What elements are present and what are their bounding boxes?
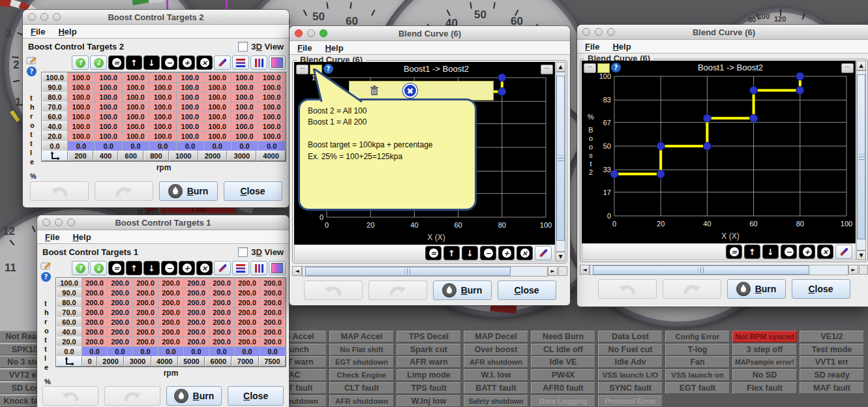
- table-cell[interactable]: 0.0: [258, 141, 286, 151]
- titlebar[interactable]: Boost Control Targets 2: [23, 10, 289, 25]
- x-axis-cell[interactable]: 400: [93, 151, 119, 161]
- table-cell[interactable]: 200.0: [158, 327, 184, 337]
- table-cell[interactable]: 200.0: [158, 288, 184, 298]
- table-cell[interactable]: 200.0: [158, 337, 184, 347]
- x-axis-cell[interactable]: 4000: [151, 356, 178, 367]
- chart-options-button[interactable]: ...: [841, 63, 854, 73]
- y-axis-cell[interactable]: 0.0: [42, 141, 68, 151]
- table-cell[interactable]: 0.0: [203, 141, 232, 151]
- shift-down-icon[interactable]: ↓: [143, 55, 160, 70]
- table-cell[interactable]: 0.0: [107, 346, 133, 357]
- close-button[interactable]: Close: [228, 386, 284, 406]
- table-cell[interactable]: 100.0: [122, 131, 150, 142]
- axis-swap-button[interactable]: [56, 356, 82, 367]
- zoom-button[interactable]: [320, 29, 327, 37]
- x-axis-cell[interactable]: 2000: [198, 151, 228, 161]
- y-axis-cell[interactable]: 80.0: [42, 92, 68, 102]
- scroll-down-button[interactable]: ▼: [856, 250, 866, 260]
- scroll-track[interactable]: [302, 266, 548, 277]
- table-cell[interactable]: 200.0: [107, 307, 133, 318]
- table-cell[interactable]: 100.0: [95, 131, 123, 142]
- table-cell[interactable]: 100.0: [67, 82, 95, 93]
- interpolate-vertical-icon[interactable]: [250, 261, 267, 275]
- table-cell[interactable]: 200.0: [158, 317, 184, 327]
- table-cell[interactable]: 100.0: [67, 112, 95, 122]
- x-axis-cell[interactable]: 4000: [256, 151, 286, 161]
- horizontal-scrollbar[interactable]: ◄►: [292, 266, 567, 277]
- set-equal-icon[interactable]: =: [726, 245, 742, 259]
- table-cell[interactable]: 200.0: [234, 317, 260, 327]
- burn-button[interactable]: Burn: [727, 279, 786, 299]
- x-axis-cell[interactable]: 600: [118, 151, 143, 161]
- table-cell[interactable]: 200.0: [107, 278, 133, 288]
- table-cell[interactable]: 200.0: [209, 288, 235, 298]
- table-cell[interactable]: 100.0: [67, 131, 95, 142]
- y-axis-cell[interactable]: 70.0: [42, 102, 68, 112]
- table-cell[interactable]: 0.0: [234, 346, 260, 357]
- scroll-track[interactable]: [556, 72, 565, 252]
- table-cell[interactable]: 200.0: [82, 337, 108, 347]
- table-cell[interactable]: 100.0: [231, 102, 259, 112]
- smooth-up-icon[interactable]: ↑: [72, 261, 89, 275]
- table-cell[interactable]: 200.0: [234, 297, 260, 308]
- menu-file[interactable]: File: [297, 43, 312, 53]
- scrollbar-thumb[interactable]: [857, 74, 865, 239]
- scroll-left-button[interactable]: ◄: [580, 265, 590, 275]
- menu-file[interactable]: File: [31, 27, 45, 37]
- y-axis-cell[interactable]: 60.0: [42, 112, 68, 122]
- decrement-icon[interactable]: −: [781, 245, 797, 259]
- table-cell[interactable]: 200.0: [107, 317, 133, 327]
- scrollbar-thumb[interactable]: [593, 265, 809, 275]
- table-cell[interactable]: 200.0: [82, 327, 108, 337]
- smooth-down-icon[interactable]: ↓: [90, 55, 107, 70]
- minimize-button[interactable]: [40, 13, 48, 21]
- table-cell[interactable]: 100.0: [95, 72, 123, 83]
- minimize-button[interactable]: [307, 29, 315, 37]
- redo-button[interactable]: [663, 279, 721, 299]
- smooth-up-icon[interactable]: ↑: [72, 55, 89, 70]
- table-cell[interactable]: 200.0: [234, 307, 260, 318]
- blend-curve-chart[interactable]: 02040608010001733506783100Boost1 -> Boos…: [294, 62, 555, 245]
- table-cell[interactable]: 200.0: [158, 297, 184, 308]
- table-cell[interactable]: 100.0: [231, 131, 259, 142]
- table-cell[interactable]: 100.0: [176, 112, 204, 122]
- clear-icon[interactable]: ×: [817, 245, 833, 259]
- edit-pencil-icon[interactable]: [535, 246, 552, 260]
- table-cell[interactable]: 200.0: [234, 327, 260, 337]
- table-cell[interactable]: 200.0: [260, 317, 286, 327]
- table-cell[interactable]: 200.0: [82, 288, 108, 298]
- x-axis-cell[interactable]: 5000: [178, 356, 205, 367]
- x-axis-cell[interactable]: 0: [82, 356, 97, 367]
- menu-help[interactable]: Help: [72, 232, 91, 242]
- set-equal-icon[interactable]: =: [425, 246, 441, 260]
- 3d-view-checkbox[interactable]: 3D View: [238, 42, 284, 52]
- scroll-right-button[interactable]: ►: [548, 266, 558, 276]
- edit-pencil-icon[interactable]: [835, 245, 852, 259]
- table-cell[interactable]: 100.0: [176, 82, 204, 93]
- table-cell[interactable]: 100.0: [203, 92, 232, 102]
- table-cell[interactable]: 200.0: [260, 288, 286, 298]
- table-cell[interactable]: 200.0: [183, 297, 209, 308]
- table-cell[interactable]: 100.0: [149, 131, 177, 142]
- undo-button[interactable]: [42, 386, 98, 406]
- table-cell[interactable]: 100.0: [149, 112, 177, 122]
- y-axis-cell[interactable]: 70.0: [56, 307, 82, 318]
- y-axis-cell[interactable]: 90.0: [56, 288, 82, 298]
- table-cell[interactable]: 0.0: [183, 346, 209, 357]
- table-cell[interactable]: 100.0: [149, 72, 177, 83]
- interpolate-horizontal-icon[interactable]: [232, 55, 249, 70]
- scroll-track[interactable]: [590, 265, 848, 275]
- table-cell[interactable]: 0.0: [67, 141, 95, 151]
- x-axis-cell[interactable]: 3000: [124, 356, 151, 367]
- burn-button[interactable]: Burn: [159, 181, 218, 201]
- table-cell[interactable]: 200.0: [183, 307, 209, 318]
- undo-button[interactable]: [30, 181, 89, 201]
- checkbox-box[interactable]: [238, 247, 248, 257]
- table-cell[interactable]: 100.0: [95, 82, 123, 93]
- shift-up-icon[interactable]: ↑: [126, 261, 142, 275]
- gradient-fill-icon[interactable]: [269, 261, 286, 275]
- table-cell[interactable]: 200.0: [183, 288, 209, 298]
- table-cell[interactable]: 200.0: [209, 327, 235, 337]
- shift-down-icon[interactable]: ↓: [462, 246, 478, 260]
- shift-up-icon[interactable]: ↑: [443, 246, 460, 260]
